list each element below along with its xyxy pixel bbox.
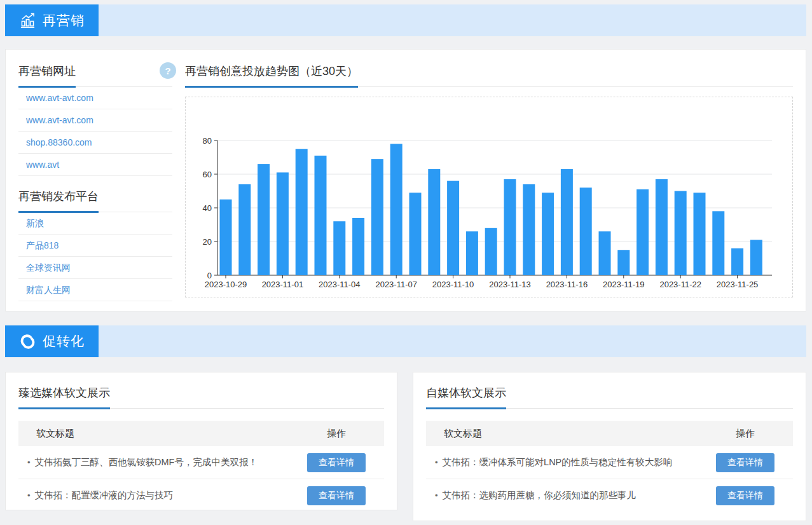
remarketing-urls-heading: 再营销网址 ? bbox=[18, 64, 172, 87]
list-item[interactable]: www.avt bbox=[18, 154, 172, 176]
bar-2023-11-08 bbox=[409, 193, 422, 275]
bar-2023-11-13 bbox=[504, 179, 516, 275]
bullet-icon: • bbox=[435, 458, 438, 467]
bar-2023-11-03 bbox=[315, 156, 327, 275]
svg-text:20: 20 bbox=[203, 237, 212, 247]
trend-chart-container: 0204060802023-10-292023-11-012023-11-042… bbox=[185, 97, 793, 297]
conversion-panels-row: 臻选媒体软文展示 软文标题 操作 •艾伟拓氨丁三醇、西他氯铵获DMF号，完成中美… bbox=[5, 372, 806, 521]
bar-chart-trend-icon bbox=[19, 12, 36, 29]
bullet-icon: • bbox=[27, 491, 31, 500]
table-header: 软文标题 操作 bbox=[18, 421, 384, 446]
svg-text:2023-11-01: 2023-11-01 bbox=[262, 280, 304, 289]
self-media-title: 自媒体软文展示 bbox=[426, 385, 506, 409]
table-row: •艾伟拓：选购药用蔗糖，你必须知道的那些事儿 查看详情 bbox=[426, 479, 793, 512]
article-title: 艾伟拓：缓冲体系可能对LNP的性质与稳定性有较大影响 bbox=[443, 457, 673, 467]
svg-text:2023-10-29: 2023-10-29 bbox=[205, 280, 247, 289]
url-link[interactable]: www.avt-avt.com bbox=[26, 115, 93, 125]
svg-text:0: 0 bbox=[207, 271, 212, 280]
table-row: •艾伟拓氨丁三醇、西他氯铵获DMF号，完成中美双报！ 查看详情 bbox=[18, 446, 384, 479]
url-link[interactable]: www.avt bbox=[26, 160, 59, 170]
bar-2023-10-29 bbox=[220, 200, 232, 275]
list-item[interactable]: 新浪 bbox=[18, 212, 172, 235]
list-item[interactable]: www.avt-avt.com bbox=[18, 109, 172, 132]
table-row: •艾伟拓：缓冲体系可能对LNP的性质与稳定性有较大影响 查看详情 bbox=[426, 446, 793, 479]
self-media-heading: 自媒体软文展示 bbox=[426, 385, 793, 409]
platform-link[interactable]: 产品818 bbox=[26, 240, 58, 250]
svg-text:2023-11-25: 2023-11-25 bbox=[717, 280, 759, 289]
remarketing-badge-label: 再营销 bbox=[43, 11, 85, 29]
bar-2023-11-06 bbox=[371, 159, 383, 275]
selected-media-panel: 臻选媒体软文展示 软文标题 操作 •艾伟拓氨丁三醇、西他氯铵获DMF号，完成中美… bbox=[5, 372, 397, 510]
view-details-button[interactable]: 查看详情 bbox=[716, 453, 774, 472]
remarketing-urls-list: www.avt-avt.com www.avt-avt.com shop.883… bbox=[18, 87, 172, 176]
view-details-button[interactable]: 查看详情 bbox=[307, 453, 366, 472]
bar-2023-11-02 bbox=[296, 149, 308, 275]
table-header: 软文标题 操作 bbox=[426, 421, 793, 446]
selected-media-heading: 臻选媒体软文展示 bbox=[18, 385, 384, 409]
bar-2023-11-20 bbox=[637, 189, 649, 275]
bar-2023-11-26 bbox=[750, 240, 762, 275]
bar-2023-11-19 bbox=[617, 250, 630, 275]
remarketing-section-strip: 再营销 bbox=[5, 4, 806, 36]
platform-link[interactable]: 全球资讯网 bbox=[26, 262, 71, 273]
conversion-section-badge: 促转化 bbox=[5, 325, 99, 357]
bar-2023-11-12 bbox=[485, 228, 497, 275]
bar-2023-11-22 bbox=[675, 191, 687, 276]
svg-text:2023-11-07: 2023-11-07 bbox=[375, 280, 417, 289]
trend-chart-panel: 再营销创意投放趋势图（近30天） 0204060802023-10-292023… bbox=[179, 50, 806, 311]
platform-link[interactable]: 新浪 bbox=[26, 218, 44, 228]
column-header-title: 软文标题 bbox=[18, 428, 289, 440]
bar-2023-10-31 bbox=[258, 164, 270, 275]
url-link[interactable]: www.avt-avt.com bbox=[26, 93, 93, 103]
publish-platforms-title: 再营销发布平台 bbox=[18, 189, 99, 213]
trend-chart-svg: 0204060802023-10-292023-11-012023-11-042… bbox=[186, 97, 790, 297]
article-title: 艾伟拓：选购药用蔗糖，你必须知道的那些事儿 bbox=[443, 490, 637, 500]
svg-text:2023-11-19: 2023-11-19 bbox=[603, 280, 645, 289]
help-icon[interactable]: ? bbox=[160, 62, 176, 79]
view-details-button[interactable]: 查看详情 bbox=[716, 486, 774, 505]
self-media-panel: 自媒体软文展示 软文标题 操作 •艾伟拓：缓冲体系可能对LNP的性质与稳定性有较… bbox=[413, 372, 806, 521]
bar-2023-11-21 bbox=[656, 179, 668, 275]
svg-text:2023-11-13: 2023-11-13 bbox=[489, 280, 531, 289]
bar-2023-11-16 bbox=[561, 169, 573, 275]
publish-platforms-heading: 再营销发布平台 bbox=[18, 189, 172, 212]
table-row: •艾伟拓：配置缓冲液的方法与技巧 查看详情 bbox=[18, 479, 384, 512]
list-item[interactable]: 全球资讯网 bbox=[18, 257, 172, 279]
bullet-icon: • bbox=[27, 458, 31, 467]
trend-chart-title: 再营销创意投放趋势图（近30天） bbox=[185, 64, 358, 88]
list-item[interactable]: 财富人生网 bbox=[18, 279, 172, 301]
remarketing-card: 再营销网址 ? www.avt-avt.com www.avt-avt.com … bbox=[5, 49, 806, 311]
selected-media-title: 臻选媒体软文展示 bbox=[18, 385, 110, 409]
bar-2023-11-09 bbox=[428, 169, 440, 275]
remarketing-sidebar: 再营销网址 ? www.avt-avt.com www.avt-avt.com … bbox=[6, 50, 179, 311]
bar-2023-11-15 bbox=[542, 193, 554, 275]
svg-text:2023-11-22: 2023-11-22 bbox=[659, 280, 701, 289]
publish-platforms-list: 新浪 产品818 全球资讯网 财富人生网 bbox=[18, 212, 172, 301]
remarketing-urls-title: 再营销网址 bbox=[18, 64, 76, 88]
svg-text:40: 40 bbox=[203, 203, 212, 213]
svg-text:60: 60 bbox=[203, 170, 212, 179]
list-item[interactable]: www.avt-avt.com bbox=[18, 87, 172, 109]
bar-2023-11-17 bbox=[580, 188, 592, 275]
list-item[interactable]: shop.88360.com bbox=[18, 132, 172, 154]
bar-2023-11-05 bbox=[352, 218, 364, 275]
platform-link[interactable]: 财富人生网 bbox=[26, 285, 71, 295]
conversion-badge-label: 促转化 bbox=[43, 332, 85, 350]
bar-2023-11-10 bbox=[447, 181, 459, 275]
bar-2023-11-11 bbox=[466, 231, 478, 275]
svg-text:2023-11-10: 2023-11-10 bbox=[432, 280, 474, 289]
svg-text:2023-11-16: 2023-11-16 bbox=[546, 280, 588, 289]
remarketing-section-badge: 再营销 bbox=[5, 4, 99, 36]
view-details-button[interactable]: 查看详情 bbox=[307, 486, 366, 505]
bar-2023-10-30 bbox=[238, 184, 251, 275]
article-title: 艾伟拓：配置缓冲液的方法与技巧 bbox=[35, 490, 174, 500]
column-header-action: 操作 bbox=[698, 428, 793, 440]
bar-2023-11-24 bbox=[712, 211, 724, 275]
list-item[interactable]: 产品818 bbox=[18, 235, 172, 257]
article-title: 艾伟拓氨丁三醇、西他氯铵获DMF号，完成中美双报！ bbox=[35, 457, 258, 467]
bar-2023-11-23 bbox=[694, 193, 706, 275]
bar-2023-11-18 bbox=[599, 231, 611, 275]
trend-chart-heading: 再营销创意投放趋势图（近30天） bbox=[185, 64, 793, 87]
conversion-section-strip: 促转化 bbox=[5, 325, 806, 357]
url-link[interactable]: shop.88360.com bbox=[26, 137, 92, 147]
